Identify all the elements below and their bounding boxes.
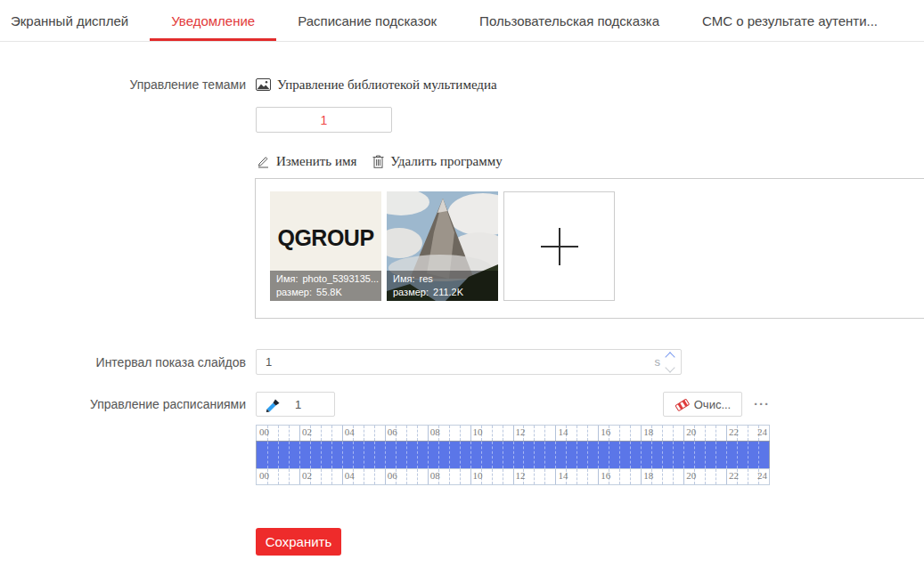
eraser-icon bbox=[675, 398, 690, 411]
plus-icon bbox=[504, 192, 614, 300]
media-library-label: Управление библиотекой мультимедиа bbox=[277, 77, 497, 93]
slide-interval-input[interactable] bbox=[266, 355, 655, 369]
save-button[interactable]: Сохранить bbox=[256, 528, 341, 556]
qgroup-logo-text: QGROUP bbox=[270, 225, 381, 251]
rename-button[interactable]: Изменить имя bbox=[257, 154, 356, 169]
rename-label: Изменить имя bbox=[276, 154, 356, 169]
clear-schedule-button[interactable]: Очис... bbox=[663, 392, 742, 417]
tab-prompt-schedule[interactable]: Расписание подсказок bbox=[276, 0, 458, 41]
add-media-tile[interactable] bbox=[503, 191, 615, 301]
media-size: 55.8K bbox=[316, 287, 342, 297]
trash-icon bbox=[372, 155, 384, 168]
delete-program-label: Удалить программу bbox=[390, 154, 502, 169]
schedule-timeline: 00020406081012141618202224 0002040608101… bbox=[256, 425, 770, 485]
picture-icon bbox=[256, 78, 271, 91]
interval-unit: s bbox=[655, 355, 661, 369]
schedule-management-label: Управление расписаниями bbox=[0, 397, 246, 411]
theme-management-label: Управление темами bbox=[0, 77, 246, 92]
tab-bar: Экранный дисплей Уведомление Расписание … bbox=[0, 0, 924, 42]
step-down-icon[interactable] bbox=[665, 362, 675, 372]
timeline-selected-bar[interactable] bbox=[256, 441, 770, 469]
media-item-qgroup[interactable]: QGROUP Имя:photo_5393135... размер:55.8K bbox=[270, 191, 381, 301]
tab-sms-auth-result[interactable]: СМС о результате аутенти... bbox=[681, 0, 899, 41]
timeline-ruler-bottom: 00020406081012141618202224 bbox=[256, 468, 770, 485]
theme-tab-1[interactable]: 1 bbox=[256, 107, 392, 133]
media-items-panel: QGROUP Имя:photo_5393135... размер:55.8K bbox=[255, 178, 924, 319]
tab-screen-display[interactable]: Экранный дисплей bbox=[0, 0, 150, 41]
media-item-info: Имя:photo_5393135... размер:55.8K bbox=[270, 271, 381, 301]
delete-program-button[interactable]: Удалить программу bbox=[372, 154, 502, 169]
draw-schedule-button[interactable]: 1 bbox=[256, 392, 335, 417]
timeline-ruler-top: 00020406081012141618202224 bbox=[256, 425, 770, 442]
media-item-info: Имя:res размер:211.2K bbox=[387, 271, 498, 301]
brush-icon bbox=[266, 397, 282, 412]
media-item-mountain[interactable]: Имя:res размер:211.2K bbox=[387, 191, 498, 301]
more-button[interactable]: ··· bbox=[754, 400, 770, 409]
tab-custom-prompt[interactable]: Пользовательская подсказка bbox=[458, 0, 681, 41]
interval-stepper[interactable] bbox=[666, 353, 674, 371]
media-name: photo_5393135... bbox=[302, 273, 379, 284]
media-name: res bbox=[419, 273, 432, 284]
clear-label: Очис... bbox=[694, 398, 731, 411]
media-library-button[interactable]: Управление библиотекой мультимедиа bbox=[256, 77, 497, 93]
slide-interval-label: Интервал показа слайдов bbox=[0, 355, 246, 369]
draw-schedule-value: 1 bbox=[295, 398, 312, 411]
pencil-icon bbox=[257, 155, 270, 168]
slide-interval-field: s bbox=[256, 349, 682, 375]
media-size: 211.2K bbox=[433, 287, 463, 297]
tab-notification[interactable]: Уведомление bbox=[150, 0, 276, 41]
step-up-icon[interactable] bbox=[665, 352, 675, 361]
